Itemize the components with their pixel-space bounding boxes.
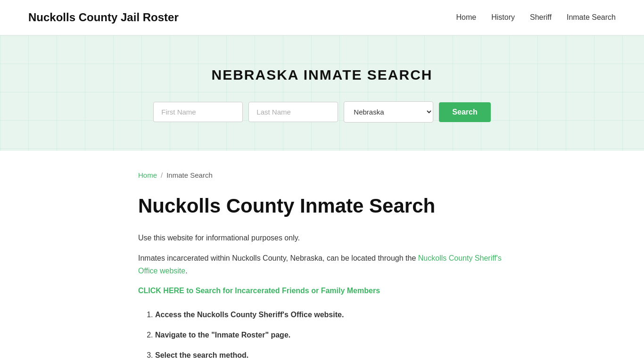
step-item-1: Access the Nuckolls County Sheriff's Off… xyxy=(155,308,506,321)
site-title-link[interactable]: Nuckolls County Jail Roster xyxy=(28,8,179,26)
state-select[interactable]: NebraskaAlabamaAlaskaArizonaArkansasCali… xyxy=(344,101,433,123)
breadcrumb-home-link[interactable]: Home xyxy=(138,170,157,181)
page-heading: Nuckolls County Inmate Search xyxy=(138,194,506,218)
paragraph-1: Use this website for informational purpo… xyxy=(138,231,506,244)
nav-list: HomeHistorySheriffInmate Search xyxy=(456,11,616,24)
step-item-2: Navigate to the "Inmate Roster" page. xyxy=(155,329,506,341)
last-name-input[interactable] xyxy=(248,102,338,122)
breadcrumb: Home / Inmate Search xyxy=(138,170,506,181)
nav-link-sheriff[interactable]: Sheriff xyxy=(530,13,552,21)
step-item-3: Select the search method.Name: Search by… xyxy=(155,349,506,362)
steps-list: Access the Nuckolls County Sheriff's Off… xyxy=(138,308,506,362)
hero-title: NEBRASKA INMATE SEARCH xyxy=(9,64,635,86)
step-bold-2: Navigate to the "Inmate Roster" page. xyxy=(155,331,290,339)
step-bold-3: Select the search method. xyxy=(155,351,248,359)
step-bold-1: Access the Nuckolls County Sheriff's Off… xyxy=(155,311,344,319)
paragraph-2-text-before: Inmates incarcerated within Nuckolls Cou… xyxy=(138,254,418,262)
site-header: Nuckolls County Jail Roster HomeHistoryS… xyxy=(0,0,644,35)
hero-banner: NEBRASKA INMATE SEARCH NebraskaAlabamaAl… xyxy=(0,35,644,151)
main-nav: HomeHistorySheriffInmate Search xyxy=(456,11,616,24)
nav-link-inmate-search[interactable]: Inmate Search xyxy=(567,13,616,21)
breadcrumb-current: Inmate Search xyxy=(166,170,213,181)
click-here-link[interactable]: CLICK HERE to Search for Incarcerated Fr… xyxy=(138,285,380,297)
paragraph-2: Inmates incarcerated within Nuckolls Cou… xyxy=(138,252,506,277)
search-button[interactable]: Search xyxy=(439,102,490,122)
nav-link-home[interactable]: Home xyxy=(456,13,477,21)
first-name-input[interactable] xyxy=(153,102,243,122)
paragraph-2-text-after: . xyxy=(185,267,187,275)
main-content: Home / Inmate Search Nuckolls County Inm… xyxy=(110,151,534,362)
nav-link-history[interactable]: History xyxy=(491,13,515,21)
search-form: NebraskaAlabamaAlaskaArizonaArkansasCali… xyxy=(9,101,635,123)
breadcrumb-separator: / xyxy=(161,170,163,181)
